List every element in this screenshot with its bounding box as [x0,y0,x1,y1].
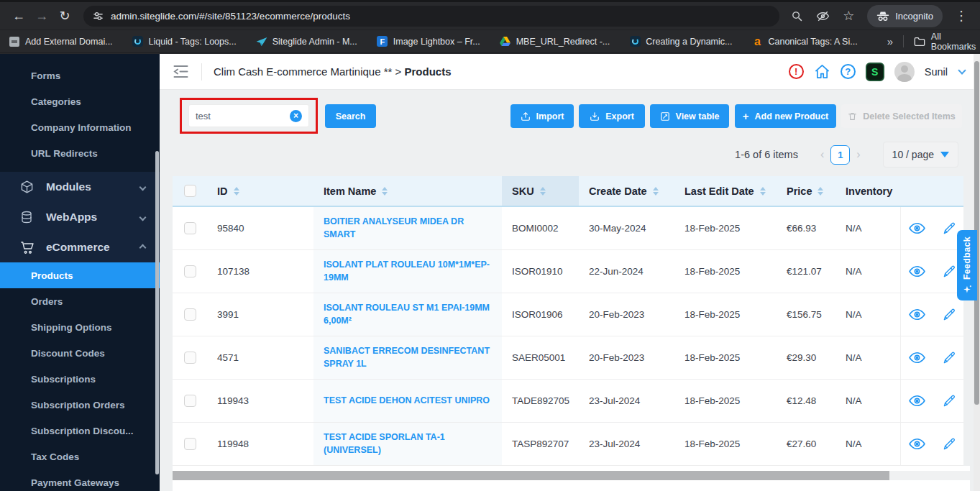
chevron-down-icon [139,214,147,221]
bookmark-mbe-url-redirect[interactable]: MBE_URL_Redirect -... [500,36,610,47]
bookmark-liquid-tags-loops[interactable]: Liquid - Tags: Loops... [132,36,237,47]
sidebar-item-shipping-options[interactable]: Shipping Options [0,314,160,340]
next-page-button[interactable]: › [850,148,866,161]
sidebar-item-orders[interactable]: Orders [0,288,160,314]
view-item-icon[interactable] [909,308,925,321]
column-header-id[interactable]: ID [207,176,313,206]
bookmark-siteglide-admin-m[interactable]: Siteglide Admin - M... [256,36,357,47]
edit-item-icon[interactable] [943,221,956,235]
alert-icon[interactable]: ! [789,64,804,79]
row-checkbox[interactable] [184,222,196,234]
import-button[interactable]: Import [510,104,574,128]
search-page-icon[interactable] [785,4,808,27]
bookmarks-overflow-icon[interactable]: » [877,35,903,47]
bookmark-creating-a-dynamic[interactable]: Creating a Dynamic... [629,36,732,47]
column-header-sku[interactable]: SKU [502,176,579,206]
current-page-button[interactable]: 1 [830,145,850,165]
item-name-link[interactable]: BOITIER ANALYSEUR MIDEA DR SMART [324,216,502,241]
siteglide-logo[interactable]: S [866,63,884,81]
home-icon[interactable] [814,64,830,79]
sort-icon[interactable] [818,187,823,196]
sort-icon[interactable] [760,187,766,196]
cell-last-edit-date: 18-Feb-2025 [674,207,777,249]
cell-last-edit-date: 18-Feb-2025 [674,336,777,379]
sidebar-item-forms[interactable]: Forms [0,63,160,88]
breadcrumb-site[interactable]: Clim Cash E-commerce Martinique ** [214,65,392,78]
edit-item-icon[interactable] [943,394,956,408]
row-checkbox[interactable] [184,395,196,407]
sidebar-item-subscriptions[interactable]: Subscriptions [0,366,160,392]
sort-icon[interactable] [653,187,659,196]
clear-search-icon[interactable]: × [290,110,302,122]
edit-item-icon[interactable] [943,351,956,364]
item-name-link[interactable]: SANIBACT ERRECOM DESINFECTANT SPRAY 1L [324,345,502,370]
sort-icon[interactable] [540,187,546,196]
sidebar-section-modules[interactable]: Modules [0,172,160,202]
sidebar-item-tax-codes[interactable]: Tax Codes [0,444,160,469]
sort-icon[interactable] [234,187,239,196]
item-name-link[interactable]: TEST ACIDE SPORLAN TA-1 (UNIVERSEL) [324,431,502,456]
export-button[interactable]: Export [579,104,645,128]
sidebar-item-company-information[interactable]: Company Information [0,114,160,140]
eye-slash-icon[interactable] [811,4,834,27]
row-checkbox[interactable] [184,438,196,450]
sidebar-section-webapps[interactable]: WebApps [0,202,160,232]
bookmark-image-lightbox-fr[interactable]: F Image Lightbox – Fr... [377,36,480,47]
column-header-create-date[interactable]: Create Date [579,176,674,206]
bookmark-star-icon[interactable]: ☆ [837,4,860,27]
sidebar-item-subscription-discou[interactable]: Subscription Discou... [0,418,160,444]
all-bookmarks-button[interactable]: All Bookmarks [914,32,980,52]
bookmark-canonical-tags-a-si[interactable]: a Canonical Tags: A Si... [751,36,857,47]
row-checkbox[interactable] [184,308,196,321]
sort-icon[interactable] [382,187,388,196]
edit-item-icon[interactable] [943,437,956,451]
table-row: 3991 ISOLANT ROULEAU ST M1 EPAI-19MM 6,0… [173,293,963,336]
row-checkbox[interactable] [184,352,196,364]
horizontal-scrollbar-thumb[interactable] [173,471,889,480]
delete-selected-button[interactable]: Delete Selected Items [841,104,962,128]
avatar[interactable] [894,62,915,82]
reload-icon[interactable]: ↻ [53,4,76,27]
view-item-icon[interactable] [909,265,925,277]
user-name[interactable]: Sunil [925,66,948,78]
help-icon[interactable]: ? [841,64,856,79]
add-new-product-button[interactable]: + Add new Product [735,104,836,128]
column-header-last-edit-date[interactable]: Last Edit Date [674,176,777,206]
column-header-item-name[interactable]: Item Name [313,176,502,206]
url-bar[interactable]: admin.siteglide.com/#/site/851123/ecomme… [83,6,779,27]
sidebar-item-products[interactable]: Products [0,262,160,288]
collapse-sidebar-button[interactable] [160,65,201,78]
sidebar-scrollbar[interactable] [155,151,159,474]
back-icon[interactable]: ← [7,4,30,27]
edit-item-icon[interactable] [943,308,956,321]
bookmark-label: MBE_URL_Redirect -... [516,37,610,47]
page-size-select[interactable]: 10 / page [883,142,958,168]
sidebar-item-url-redirects[interactable]: URL Redirects [0,140,160,166]
sidebar-item-discount-codes[interactable]: Discount Codes [0,340,160,366]
search-input[interactable] [196,111,290,121]
column-header-price[interactable]: Price [777,176,835,206]
bookmark-add-external-domai[interactable]: Add External Domai... [9,36,113,47]
sidebar-section-ecommerce[interactable]: eCommerce [0,232,160,262]
view-table-button[interactable]: View table [650,104,729,128]
search-button[interactable]: Search [325,104,376,128]
site-info-icon[interactable] [93,11,104,22]
view-item-icon[interactable] [909,352,925,364]
row-checkbox[interactable] [184,265,196,277]
sidebar-item-subscription-orders[interactable]: Subscription Orders [0,392,160,418]
item-name-link[interactable]: ISOLANT PLAT ROULEAU 10M*1M*EP-19MM [324,259,502,284]
forward-icon[interactable]: → [30,4,53,27]
prev-page-button[interactable]: ‹ [814,148,830,161]
view-item-icon[interactable] [909,395,925,407]
sidebar-item-payment-gateways[interactable]: Payment Gateways [0,469,160,491]
browser-menu-icon[interactable]: ⋮ [950,4,973,27]
select-all-checkbox[interactable] [184,185,196,197]
sidebar-item-categories[interactable]: Categories [0,88,160,114]
item-name-link[interactable]: TEST ACIDE DEHON ACITEST UNIPRO [324,395,501,408]
edit-item-icon[interactable] [943,265,956,278]
chevron-down-icon[interactable] [958,66,966,74]
feedback-tab[interactable]: Feedback [957,230,977,300]
view-item-icon[interactable] [909,222,925,234]
view-item-icon[interactable] [909,438,925,450]
item-name-link[interactable]: ISOLANT ROULEAU ST M1 EPAI-19MM 6,00M² [324,302,502,327]
